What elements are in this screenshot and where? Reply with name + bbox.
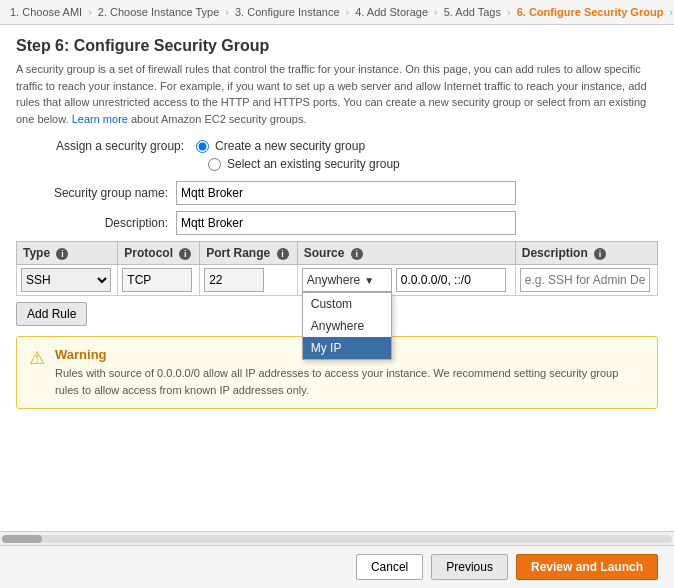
source-selected-label: Anywhere bbox=[307, 273, 360, 287]
footer: Cancel Previous Review and Launch bbox=[0, 545, 674, 588]
learn-more-link[interactable]: Learn more bbox=[72, 113, 128, 125]
source-container: Anywhere ▼ Custom Anywhere My IP bbox=[302, 268, 392, 292]
previous-button[interactable]: Previous bbox=[431, 554, 508, 580]
source-arrow-icon: ▼ bbox=[364, 275, 374, 286]
scrollbar[interactable] bbox=[0, 531, 674, 545]
source-dropdown: Custom Anywhere My IP bbox=[302, 292, 392, 360]
name-row: Security group name: bbox=[36, 181, 658, 205]
source-option-anywhere[interactable]: Anywhere bbox=[303, 315, 391, 337]
desc-cell bbox=[515, 265, 657, 296]
page-title: Step 6: Configure Security Group bbox=[16, 37, 658, 55]
desc-label: Description: bbox=[36, 216, 176, 230]
col-type: Type i bbox=[17, 242, 118, 265]
type-cell: SSH bbox=[17, 265, 118, 296]
cidr-input[interactable] bbox=[396, 268, 506, 292]
step-5[interactable]: 5. Add Tags bbox=[444, 6, 501, 18]
create-new-radio[interactable] bbox=[196, 140, 209, 153]
source-cell: Anywhere ▼ Custom Anywhere My IP bbox=[297, 265, 515, 296]
source-select-btn[interactable]: Anywhere ▼ bbox=[302, 268, 392, 292]
assign-label: Assign a security group: bbox=[56, 139, 184, 153]
existing-radio[interactable] bbox=[208, 158, 221, 171]
main-content: Step 6: Configure Security Group A secur… bbox=[0, 25, 674, 531]
col-port: Port Range i bbox=[200, 242, 298, 265]
table-row: SSH Anywhere ▼ bbox=[17, 265, 658, 296]
protocol-input bbox=[122, 268, 192, 292]
step-1[interactable]: 1. Choose AMI bbox=[10, 6, 82, 18]
rule-desc-input[interactable] bbox=[520, 268, 650, 292]
warning-icon: ⚠ bbox=[29, 347, 45, 369]
name-label: Security group name: bbox=[36, 186, 176, 200]
cancel-button[interactable]: Cancel bbox=[356, 554, 423, 580]
security-group-options: Assign a security group: Create a new se… bbox=[56, 139, 658, 171]
create-new-label: Create a new security group bbox=[215, 139, 365, 153]
existing-radio-row: Select an existing security group bbox=[208, 157, 658, 171]
port-cell bbox=[200, 265, 298, 296]
desc-row: Description: bbox=[36, 211, 658, 235]
step-3[interactable]: 3. Configure Instance bbox=[235, 6, 340, 18]
step-4[interactable]: 4. Add Storage bbox=[355, 6, 428, 18]
page-desc: A security group is a set of firewall ru… bbox=[16, 61, 658, 127]
existing-label: Select an existing security group bbox=[227, 157, 400, 171]
steps-bar: 1. Choose AMI › 2. Choose Instance Type … bbox=[0, 0, 674, 25]
scroll-thumb bbox=[2, 535, 42, 543]
col-desc: Description i bbox=[515, 242, 657, 265]
type-info-icon[interactable]: i bbox=[56, 248, 68, 260]
source-option-custom[interactable]: Custom bbox=[303, 293, 391, 315]
review-launch-button[interactable]: Review and Launch bbox=[516, 554, 658, 580]
port-input bbox=[204, 268, 264, 292]
col-protocol: Protocol i bbox=[118, 242, 200, 265]
create-new-radio-row: Assign a security group: Create a new se… bbox=[56, 139, 658, 153]
protocol-info-icon[interactable]: i bbox=[179, 248, 191, 260]
desc-info-icon[interactable]: i bbox=[594, 248, 606, 260]
add-rule-button[interactable]: Add Rule bbox=[16, 302, 87, 326]
col-source: Source i bbox=[297, 242, 515, 265]
step-2[interactable]: 2. Choose Instance Type bbox=[98, 6, 220, 18]
scroll-track bbox=[2, 535, 672, 543]
name-input[interactable] bbox=[176, 181, 516, 205]
source-info-icon[interactable]: i bbox=[351, 248, 363, 260]
type-select[interactable]: SSH bbox=[21, 268, 111, 292]
source-option-myip[interactable]: My IP bbox=[303, 337, 391, 359]
desc-input[interactable] bbox=[176, 211, 516, 235]
step-6[interactable]: 6. Configure Security Group bbox=[517, 6, 664, 18]
warning-text: Rules with source of 0.0.0.0/0 allow all… bbox=[55, 365, 645, 398]
port-info-icon[interactable]: i bbox=[277, 248, 289, 260]
rules-table: Type i Protocol i Port Range i Source i … bbox=[16, 241, 658, 296]
protocol-cell bbox=[118, 265, 200, 296]
